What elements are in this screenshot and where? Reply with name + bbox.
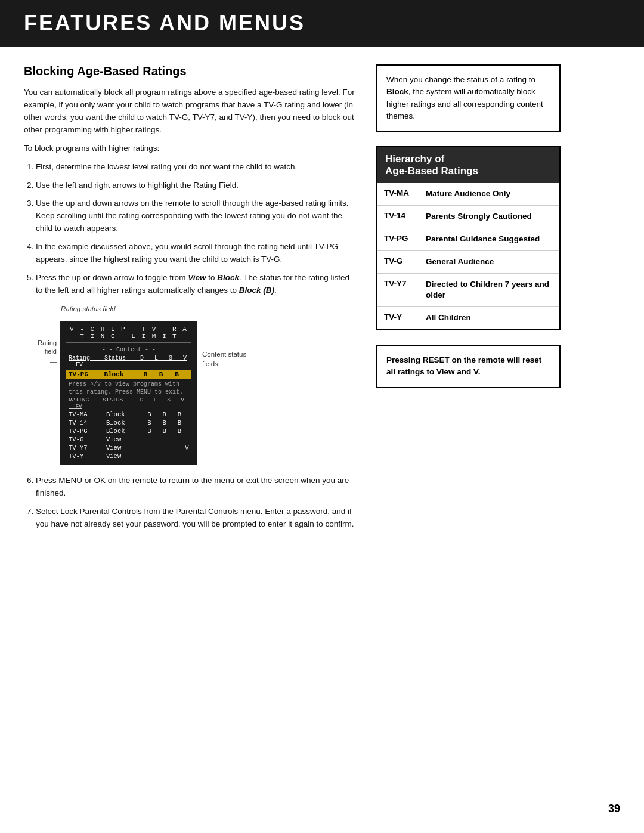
screen-row-tvpg: TV-PG Block B B B bbox=[66, 427, 191, 435]
screen-highlight-row: TV-PG Block B B B bbox=[66, 370, 191, 379]
screen-row-tvy: TV-Y View bbox=[66, 452, 191, 460]
page-number: 39 bbox=[608, 803, 620, 815]
screen-row-tvma: TV-MA Block B B B bbox=[66, 410, 191, 419]
section-heading: Blocking Age-Based Ratings bbox=[24, 64, 358, 78]
rating-label: Mature Audience Only bbox=[419, 183, 559, 205]
left-column: Blocking Age-Based Ratings You can autom… bbox=[24, 64, 358, 539]
rating-code: TV-PG bbox=[377, 228, 419, 250]
screen-title: V - C H I P T V R A T I N G L I M I T bbox=[66, 326, 191, 343]
rating-label: Parental Guidance Suggested bbox=[419, 228, 559, 250]
step-5: Press the up or down arrow to toggle fro… bbox=[36, 272, 358, 297]
reset-text: Pressing RESET on the remote will reset … bbox=[386, 355, 541, 376]
step-4: In the example discussed above, you woul… bbox=[36, 241, 358, 266]
step-1: First, determine the lowest level rating… bbox=[36, 161, 358, 174]
intro-paragraph-1: You can automatically block all program … bbox=[24, 86, 358, 137]
hierarchy-title: Hierarchy of Age-Based Ratings bbox=[377, 147, 559, 183]
table-row: TV-MA Mature Audience Only bbox=[377, 183, 559, 205]
label-rating: Ratingfield bbox=[24, 339, 57, 356]
screen-row-tvy7: TV-Y7 View V bbox=[66, 444, 191, 452]
hierarchy-box: Hierarchy of Age-Based Ratings TV-MA Mat… bbox=[376, 146, 561, 330]
rating-code: TV-Y7 bbox=[377, 273, 419, 307]
rating-label: Parents Strongly Cautioned bbox=[419, 205, 559, 228]
info-box-text: When you change the status of a rating t… bbox=[386, 75, 543, 120]
step-3: Use the up and down arrows on the remote… bbox=[36, 197, 358, 235]
right-column: When you change the status of a rating t… bbox=[376, 64, 561, 539]
step-7: Select Lock Parental Controls from the P… bbox=[36, 506, 358, 531]
step-2: Use the left and right arrows to highlig… bbox=[36, 179, 358, 192]
screen-col-header: Rating Status D L S V FV bbox=[66, 354, 191, 368]
screen-content-row: - - Content - - bbox=[66, 345, 191, 354]
diagram-labels-left: Ratingfield — bbox=[24, 333, 57, 366]
rating-label: Directed to Children 7 years and older bbox=[419, 273, 559, 307]
table-row: TV-PG Parental Guidance Suggested bbox=[377, 228, 559, 250]
rating-code: TV-14 bbox=[377, 205, 419, 228]
table-row: TV-Y All Children bbox=[377, 307, 559, 329]
table-row: TV-Y7 Directed to Children 7 years and o… bbox=[377, 273, 559, 307]
rating-label: General Audience bbox=[419, 250, 559, 273]
rating-label: All Children bbox=[419, 307, 559, 329]
intro-paragraph-2: To block programs with higher ratings: bbox=[24, 143, 358, 155]
page-title: FEATURES AND MENUS bbox=[24, 11, 620, 36]
rating-code: TV-Y bbox=[377, 307, 419, 329]
label-content-status: Content statusfields bbox=[202, 349, 246, 368]
steps-list-continued: Press MENU or OK on the remote to return… bbox=[24, 475, 358, 531]
steps-list: First, determine the lowest level rating… bbox=[24, 161, 358, 297]
screen-diagram: V - C H I P T V R A T I N G L I M I T - … bbox=[60, 321, 197, 465]
diagram-area: Ratingfield — V - C H I P T V R A T I N … bbox=[24, 321, 358, 465]
screen-row-tvg: TV-G View bbox=[66, 435, 191, 444]
rating-code: TV-MA bbox=[377, 183, 419, 205]
rating-code: TV-G bbox=[377, 250, 419, 273]
table-row: TV-G General Audience bbox=[377, 250, 559, 273]
step-6: Press MENU or OK on the remote to return… bbox=[36, 475, 358, 500]
screen-row-tv14: TV-14 Block B B B bbox=[66, 419, 191, 427]
diagram-labels-right: Content statusfields bbox=[202, 349, 246, 385]
diagram-caption: Rating status field bbox=[61, 305, 358, 312]
main-content: Blocking Age-Based Ratings You can autom… bbox=[0, 64, 644, 539]
reset-box: Pressing RESET on the remote will reset … bbox=[376, 345, 561, 388]
screen-note-2: this rating. Press MENU to exit. bbox=[66, 388, 191, 396]
hierarchy-table: TV-MA Mature Audience Only TV-14 Parents… bbox=[377, 183, 559, 329]
page-header: FEATURES AND MENUS bbox=[0, 0, 644, 47]
info-box-top: When you change the status of a rating t… bbox=[376, 64, 561, 132]
table-row: TV-14 Parents Strongly Cautioned bbox=[377, 205, 559, 228]
diagram-container: Rating status field Ratingfield — V - C … bbox=[24, 305, 358, 465]
screen-row-header: RATING STATUS D L S V FV bbox=[66, 396, 191, 410]
screen-note-1: Press ^/v to view programs with bbox=[66, 380, 191, 388]
